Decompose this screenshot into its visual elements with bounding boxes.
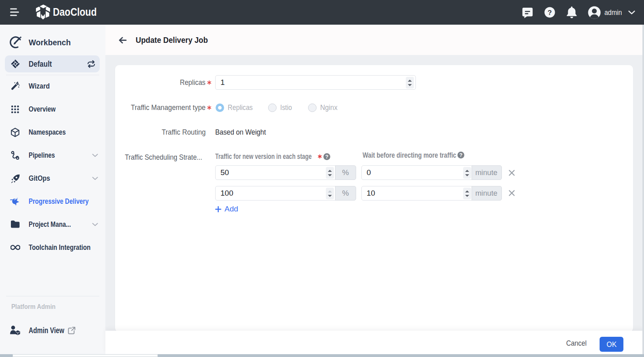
svg-text:?: ? <box>548 9 552 17</box>
